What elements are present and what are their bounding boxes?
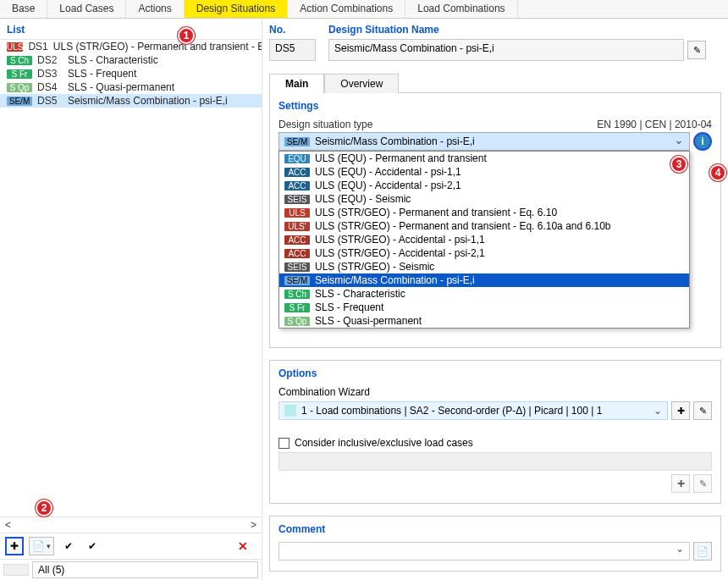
name-field[interactable]: Seismic/Mass Combination - psi-E,i (328, 39, 684, 61)
option-badge: SEIS (284, 262, 310, 272)
options-title: Options (279, 367, 712, 379)
option-text: SLS - Quasi-permanent (315, 315, 422, 327)
option-badge: ACC (284, 181, 310, 191)
list-id: DS4 (37, 81, 63, 93)
list-name: SLS - Frequent (68, 68, 136, 80)
scroll-right-icon[interactable]: > (251, 519, 256, 531)
opt-btn-2[interactable]: ✎ (693, 474, 712, 493)
inclusive-bar (279, 452, 712, 471)
marker-1: 1 (178, 27, 195, 44)
tab-design-situations[interactable]: Design Situations (185, 0, 288, 18)
type-dropdown-list: EQUULS (EQU) - Permanent and transientAC… (279, 151, 690, 329)
marker-3: 3 (670, 156, 687, 173)
comment-copy-button[interactable]: 📄 (693, 542, 712, 561)
dropdown-option[interactable]: S ChSLS - Characteristic (279, 287, 689, 301)
cw-value: 1 - Load combinations | SA2 - Second-ord… (301, 405, 602, 417)
list-name: SLS - Quasi-permanent (68, 81, 174, 93)
list-badge: S Qp (7, 83, 32, 92)
dropdown-option[interactable]: ACCULS (EQU) - Accidental - psi-2,1 (279, 179, 689, 192)
standard-text: EN 1990 | CEN | 2010-04 (597, 119, 712, 130)
dropdown-option[interactable]: ACCULS (STR/GEO) - Accidental - psi-1,1 (279, 233, 689, 246)
dropdown-option[interactable]: ULS'ULS (STR/GEO) - Permanent and transi… (279, 219, 689, 233)
delete-button[interactable]: ✕ (238, 539, 256, 553)
dropdown-option[interactable]: EQUULS (EQU) - Permanent and transient (279, 152, 689, 165)
list-id: DS5 (37, 95, 63, 107)
comment-title: Comment (279, 523, 712, 535)
option-text: ULS (EQU) - Accidental - psi-2,1 (315, 180, 461, 191)
option-text: Seismic/Mass Combination - psi-E,i (315, 274, 475, 286)
right-panel: No. DS5 Design Situation Name Seismic/Ma… (262, 19, 728, 580)
inclusive-checkbox[interactable] (279, 438, 290, 449)
tab-action-combinations[interactable]: Action Combinations (288, 0, 405, 18)
list-item[interactable]: SE/MDS5Seismic/Mass Combination - psi-E,… (0, 94, 262, 108)
option-badge: ACC (284, 235, 310, 245)
option-badge: ACC (284, 249, 310, 258)
dropdown-option[interactable]: SEISULS (STR/GEO) - Seismic (279, 260, 689, 273)
copy-button[interactable]: 📄 (29, 537, 54, 555)
option-text: ULS (STR/GEO) - Permanent and transient … (315, 220, 611, 232)
sub-tabs: MainOverview (269, 73, 721, 93)
type-badge: SE/M (284, 137, 310, 146)
check-all-icon[interactable]: ✔ (59, 537, 78, 555)
opt-btn-1[interactable]: ✚ (671, 474, 690, 493)
filter-color-swatch[interactable] (3, 564, 29, 576)
list-id: DS3 (37, 68, 63, 80)
settings-section: Settings Design situation type EN 1990 |… (269, 93, 721, 348)
cw-new-button[interactable]: ✚ (671, 401, 690, 420)
list-name: Seismic/Mass Combination - psi-E,i (68, 95, 228, 107)
option-badge: S Ch (284, 290, 310, 299)
tab-load-combinations[interactable]: Load Combinations (405, 0, 517, 18)
comment-dropdown[interactable] (279, 542, 690, 561)
list-id: DS1 (28, 41, 47, 52)
marker-2: 2 (36, 500, 52, 516)
situation-list: ULSDS1ULS (STR/GEO) - Permanent and tran… (0, 40, 262, 108)
list-id: DS2 (37, 54, 63, 66)
type-label: Design situation type (279, 119, 372, 130)
tab-base[interactable]: Base (0, 0, 47, 18)
inclusive-label: Consider inclusive/exclusive load cases (295, 437, 473, 449)
tab-load-cases[interactable]: Load Cases (47, 0, 126, 18)
dropdown-option[interactable]: ULSULS (STR/GEO) - Permanent and transie… (279, 206, 689, 219)
list-item[interactable]: S FrDS3SLS - Frequent (0, 67, 262, 80)
name-label: Design Situation Name (328, 24, 721, 39)
dropdown-option[interactable]: S FrSLS - Frequent (279, 301, 689, 314)
option-badge: ULS (284, 208, 310, 218)
type-dropdown[interactable]: SE/M Seismic/Mass Combination - psi-E,i (279, 132, 690, 151)
list-badge: S Ch (7, 56, 32, 65)
comment-section: Comment 📄 (269, 516, 721, 572)
uncheck-all-icon[interactable]: ✔ (83, 537, 102, 555)
sub-tab-main[interactable]: Main (269, 74, 324, 93)
option-text: ULS (EQU) - Seismic (315, 193, 411, 205)
info-button[interactable]: i (693, 132, 712, 151)
list-badge: ULS (7, 42, 23, 52)
no-field[interactable]: DS5 (269, 39, 316, 61)
option-text: ULS (EQU) - Permanent and transient (315, 152, 487, 164)
option-badge: S Fr (284, 303, 310, 312)
type-current-text: Seismic/Mass Combination - psi-E,i (315, 135, 475, 147)
dropdown-option[interactable]: ACCULS (EQU) - Accidental - psi-1,1 (279, 165, 689, 179)
list-item[interactable]: S QpDS4SLS - Quasi-permanent (0, 80, 262, 94)
dropdown-option[interactable]: S QpSLS - Quasi-permanent (279, 314, 689, 328)
cw-swatch (284, 405, 296, 417)
option-text: ULS (STR/GEO) - Permanent and transient … (315, 207, 557, 218)
edit-name-button[interactable]: ✎ (687, 41, 706, 59)
tab-actions[interactable]: Actions (126, 0, 184, 18)
marker-4: 4 (709, 164, 726, 181)
cw-edit-button[interactable]: ✎ (693, 401, 712, 420)
h-scroll[interactable]: < > (0, 516, 262, 533)
scroll-left-icon[interactable]: < (5, 519, 11, 531)
list-name: ULS (STR/GEO) - Permanent and transient … (53, 41, 262, 52)
filter-input[interactable] (32, 561, 258, 578)
dropdown-option[interactable]: ACCULS (STR/GEO) - Accidental - psi-2,1 (279, 246, 689, 260)
dropdown-option[interactable]: SE/MSeismic/Mass Combination - psi-E,i (279, 273, 689, 287)
option-text: ULS (STR/GEO) - Accidental - psi-2,1 (315, 247, 485, 259)
option-text: SLS - Frequent (315, 301, 383, 313)
list-badge: SE/M (7, 97, 32, 106)
cw-dropdown[interactable]: 1 - Load combinations | SA2 - Second-ord… (279, 401, 668, 420)
list-item[interactable]: ULSDS1ULS (STR/GEO) - Permanent and tran… (0, 40, 262, 53)
new-button[interactable]: ✚ (5, 537, 24, 555)
dropdown-option[interactable]: SEISULS (EQU) - Seismic (279, 192, 689, 206)
left-panel: List ULSDS1ULS (STR/GEO) - Permanent and… (0, 19, 262, 580)
list-item[interactable]: S ChDS2SLS - Characteristic (0, 53, 262, 67)
sub-tab-overview[interactable]: Overview (324, 74, 399, 93)
